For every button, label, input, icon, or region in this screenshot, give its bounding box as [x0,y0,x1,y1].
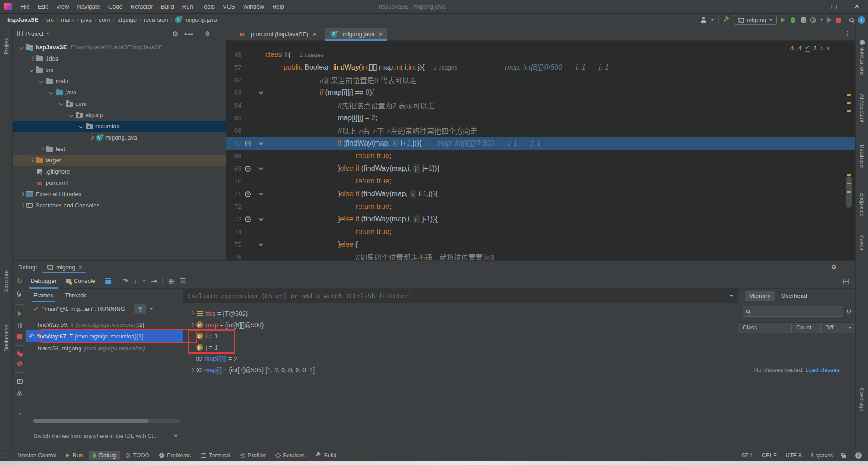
menu-refactor[interactable]: Refactor [127,0,157,14]
status-indent[interactable]: 4 spaces [811,452,833,459]
tree-chevron-icon[interactable] [18,44,25,51]
tool-stripe-endpoints[interactable]: Endpoints [856,193,868,216]
breadcrumb-item-java[interactable]: java [80,16,93,23]
thread-dump-icon[interactable] [17,379,23,384]
tree-item-atguigu[interactable]: atguigu [13,109,226,121]
hide-frames-filter-button[interactable] [134,304,146,314]
update-icon[interactable]: ↑ [858,16,865,24]
fold-marker-icon[interactable] [259,191,264,196]
rerun-button[interactable] [827,17,832,23]
tree-item-test[interactable]: test [13,143,226,155]
status-item-debug[interactable]: Debug [89,451,120,460]
status-item-profiler[interactable]: Profiler [236,451,270,460]
menu-edit[interactable]: Edit [34,0,52,14]
add-watch-icon[interactable]: ＋ [718,291,725,301]
tree-item-com[interactable]: com [13,98,226,109]
tab-debugger[interactable]: Debugger [26,273,61,289]
tool-window-switcher-icon[interactable] [3,453,8,458]
memory-search-input[interactable] [753,308,840,315]
recursive-call-icon[interactable] [245,141,251,146]
menu-navigate[interactable]: Navigate [73,0,104,14]
evaluate-bar[interactable]: ＋ [183,289,738,303]
menu-vcs[interactable]: VCS [219,0,239,14]
menu-file[interactable]: File [16,0,34,14]
mute-breakpoints-icon[interactable] [17,361,22,366]
step-over-icon[interactable]: ↷ [123,277,128,285]
tree-chevron-icon[interactable] [18,202,25,209]
tree-chevron-icon[interactable] [48,89,55,96]
evaluate-expression-icon[interactable]: ▦ [168,277,175,285]
status-line-ending[interactable]: CRLF [762,452,777,459]
debug-session-tab[interactable]: migong ✕ [43,261,87,273]
fold-marker-icon[interactable] [259,216,264,221]
profiler-run-button[interactable] [810,17,816,23]
gear-icon[interactable]: ⚙ [831,263,837,271]
variable-row-map[interactable]: pmap = {int[8][]@500} [183,319,738,330]
user-profile-icon[interactable] [700,17,707,23]
tree-chevron-icon[interactable] [28,157,35,164]
breadcrumb-item-main[interactable]: main [60,16,75,23]
gear-icon[interactable]: ⚙ [17,390,23,397]
breadcrumb-item-com[interactable]: com [98,16,111,23]
tree-chevron-icon[interactable] [78,123,85,130]
tool-stripe-ai-assistant[interactable]: AI Assistant [856,94,868,122]
code-editor[interactable]: 48class T{2 usages57public Boolean findW… [226,41,855,260]
chevron-down-icon[interactable] [150,308,153,310]
frame-row-1[interactable]: findWay:59, T (com.atguigu.recursion) [2… [26,319,183,330]
tool-stripe-maven[interactable]: Maven [856,234,868,250]
minimize-button[interactable]: — [800,0,823,14]
search-everywhere-icon[interactable] [849,18,854,22]
tab-options-icon[interactable]: ⋮ [844,30,851,37]
editor-scrollbar[interactable] [845,41,852,260]
next-issue-icon[interactable]: ∨ [826,45,830,51]
tree-chevron-icon[interactable] [58,100,65,108]
more-actions-icon[interactable]: » [18,410,21,417]
run-to-cursor-icon[interactable]: ⇥ [151,277,157,285]
tool-stripe-structure[interactable]: Structure [0,270,13,292]
tree-item-main[interactable]: main [13,75,226,87]
recursive-call-icon[interactable] [245,191,251,197]
tool-stripe-project[interactable]: Project [0,30,13,54]
close-icon[interactable]: ✕ [378,31,383,38]
thread-selector[interactable]: ✔ "main"@1 in g...ain": RUNNING [26,302,183,315]
hide-panel-icon[interactable]: — [216,30,222,37]
menu-run[interactable]: Run [178,0,197,14]
rerun-debug-icon[interactable]: ↻ [17,277,23,285]
column-diff[interactable]: Diff [821,323,848,333]
status-item-terminal[interactable]: Terminal [197,451,234,460]
breadcrumb-item-atguigu[interactable]: atguigu [116,16,137,23]
tree-item-src[interactable]: src [13,64,226,75]
tab-frames[interactable]: Frames [33,289,53,302]
column-class[interactable]: Class [738,323,792,333]
hide-panel-icon[interactable]: — [844,264,850,271]
variable-row-i[interactable]: pi = 1 [183,330,738,342]
collapse-all-icon[interactable]: ▲▬ [184,31,193,36]
close-icon[interactable]: ✕ [174,432,178,439]
variable-row-this[interactable]: this = {T@502} [183,308,738,319]
frame-row-2[interactable]: ↶findWay:67, T (com.atguigu.recursion) [… [26,330,183,342]
recursive-call-icon[interactable] [245,216,251,222]
tab-memory[interactable]: Memory [745,291,775,301]
column-count[interactable]: Count [792,323,821,333]
chevron-down-icon[interactable] [730,295,733,297]
menu-view[interactable]: View [52,0,73,14]
tree-chevron-icon[interactable] [68,112,75,119]
editor-tab-pom-xml--hspjavase-[interactable]: mpom.xml (hspJavaSE)✕ [233,28,321,40]
frame-row-3[interactable]: main:34, migong (com.atguigu.recursion) [26,342,183,354]
editor-tab-migong-java[interactable]: migong.java✕ [325,28,387,40]
menu-window[interactable]: Window [239,0,268,14]
tree-chevron-icon[interactable] [88,134,95,141]
gear-icon[interactable]: ⚙ [846,308,852,315]
project-panel-title[interactable]: Project [25,30,43,37]
lock-icon[interactable] [842,455,846,458]
variable-row-map-i-[interactable]: map[i] = {int[7]@505} [1, 2, 0, 0, 0, 0,… [183,364,738,376]
tool-stripe-database[interactable]: Database [856,145,868,168]
tree-item-java[interactable]: java [13,87,226,98]
maximize-button[interactable]: ▢ [823,0,845,14]
run-configuration-select[interactable]: migong [734,15,777,25]
fold-marker-icon[interactable] [259,166,264,170]
close-button[interactable]: ✕ [845,0,868,14]
step-into-icon[interactable]: ↓ [133,277,137,285]
pause-program-icon[interactable] [18,323,22,328]
tree-item-pom-xml[interactable]: mpom.xml [13,177,226,188]
